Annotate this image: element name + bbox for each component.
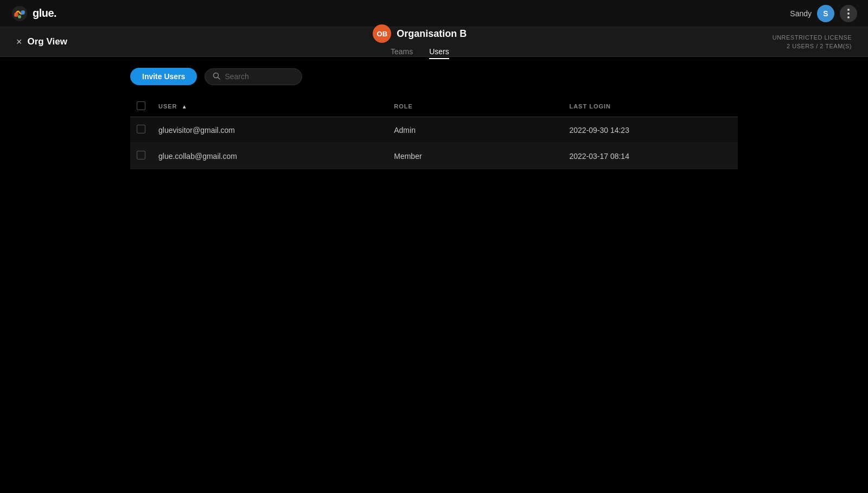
- search-icon: [213, 72, 220, 81]
- tabs-row: Teams Users: [391, 43, 449, 59]
- table-header: USER ▲ ROLE LAST LOGIN: [130, 96, 738, 117]
- row-checkbox[interactable]: [137, 125, 145, 133]
- nav-right: Sandy S: [790, 5, 857, 22]
- header-last-login: LAST LOGIN: [563, 96, 738, 117]
- row-checkbox-cell: [130, 143, 152, 169]
- header-checkbox: [130, 96, 152, 117]
- header-user[interactable]: USER ▲: [152, 96, 387, 117]
- org-bar: × Org View OB Organisation B Teams Users…: [0, 27, 868, 57]
- row-email: glue.collab@gmail.com: [152, 143, 387, 169]
- table-row: gluevisitor@gmail.com Admin 2022-09-30 1…: [130, 117, 738, 143]
- nav-username: Sandy: [790, 9, 812, 18]
- svg-point-2: [21, 10, 25, 15]
- glue-logo-icon: [11, 5, 28, 22]
- main-content: Invite Users USER ▲ ROLE LAST LOGI: [0, 57, 868, 180]
- logo-area: glue.: [11, 5, 56, 22]
- more-options-button[interactable]: [840, 5, 857, 22]
- invite-users-button[interactable]: Invite Users: [130, 68, 197, 85]
- table-row: glue.collab@gmail.com Member 2022-03-17 …: [130, 143, 738, 169]
- toolbar: Invite Users: [130, 68, 738, 85]
- user-avatar[interactable]: S: [817, 5, 834, 22]
- row-checkbox-cell: [130, 117, 152, 143]
- row-checkbox[interactable]: [137, 151, 145, 159]
- row-last-login: 2022-03-17 08:14: [563, 143, 738, 169]
- org-name-row: OB Organisation B: [373, 24, 467, 43]
- row-last-login: 2022-09-30 14:23: [563, 117, 738, 143]
- org-name: Organisation B: [397, 28, 467, 40]
- license-line1: UNRESTRICTED LICENSE: [773, 33, 852, 42]
- org-view-title: Org View: [28, 36, 67, 47]
- row-role: Member: [387, 143, 563, 169]
- svg-point-3: [18, 15, 21, 18]
- license-line2: 2 USERS / 2 TEAM(S): [773, 42, 852, 51]
- search-box[interactable]: [205, 68, 302, 85]
- dots-icon: [847, 9, 850, 18]
- header-role: ROLE: [387, 96, 563, 117]
- row-role: Admin: [387, 117, 563, 143]
- row-email: gluevisitor@gmail.com: [152, 117, 387, 143]
- close-icon: ×: [16, 36, 22, 48]
- org-avatar: OB: [373, 24, 391, 43]
- top-nav: glue. Sandy S: [0, 0, 868, 27]
- tab-users[interactable]: Users: [429, 47, 449, 59]
- tab-teams[interactable]: Teams: [391, 47, 413, 59]
- search-input[interactable]: [225, 72, 294, 81]
- sort-asc-icon: ▲: [182, 104, 188, 110]
- select-all-checkbox[interactable]: [137, 101, 145, 110]
- close-button[interactable]: × Org View: [16, 36, 67, 48]
- user-table: USER ▲ ROLE LAST LOGIN gluevisitor@gmail…: [130, 96, 738, 169]
- org-center: OB Organisation B Teams Users: [84, 24, 756, 59]
- table-body: gluevisitor@gmail.com Admin 2022-09-30 1…: [130, 117, 738, 169]
- logo-text: glue.: [33, 7, 56, 20]
- svg-point-1: [14, 12, 18, 17]
- license-info: UNRESTRICTED LICENSE 2 USERS / 2 TEAM(S): [773, 33, 852, 51]
- svg-line-5: [218, 77, 220, 79]
